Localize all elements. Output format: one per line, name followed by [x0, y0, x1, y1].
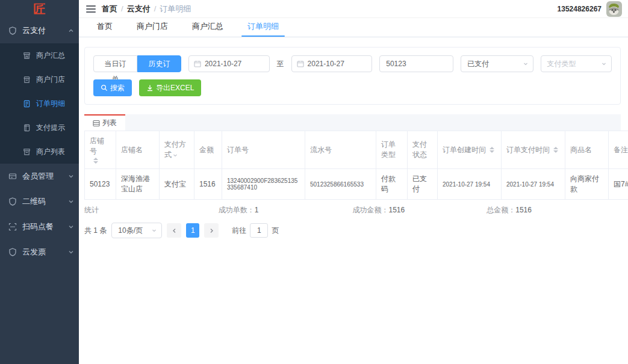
start-date-value: 2021-10-27 [205, 60, 241, 68]
page-size-value: 10条/页 [118, 226, 143, 236]
statistics-row: 统计 成功单数：1 成功金额：1516 总金额：1516 [84, 200, 621, 220]
date-range-separator: 至 [277, 59, 284, 69]
page-number-1[interactable]: 1 [186, 223, 199, 238]
table-header-row: 店铺号 店铺名 支付方式 金额 订单号 流水号 订单类型 [85, 131, 628, 169]
sidebar-item-order-detail[interactable]: 订单明细 [0, 91, 79, 116]
col-paid-at[interactable]: 订单支付时间 [502, 131, 565, 169]
cell-paid-at: 2021-10-27 19:54 [502, 169, 565, 200]
top-navbar: 首页 / 云支付 / 订单明细 13524826267 [79, 0, 628, 18]
search-icon [101, 84, 108, 91]
chevron-right-icon [209, 228, 214, 233]
sort-icon[interactable] [490, 147, 494, 153]
breadcrumb-home[interactable]: 首页 [102, 4, 117, 14]
app-window: 匠 云支付 商户汇总 商户门店 订单明细 [0, 0, 628, 364]
cell-serial-no: 5012325866165533 [305, 169, 376, 200]
chevron-down-icon [523, 61, 528, 66]
cell-amount: 1516 [194, 169, 222, 200]
col-order-type: 订单类型 [376, 131, 408, 169]
col-label: 店铺号 [90, 137, 104, 155]
sidebar-item-merchant-store[interactable]: 商户门店 [0, 67, 79, 91]
tab-merchant-store[interactable]: 商户门店 [125, 18, 180, 37]
cell-shop-no: 50123 [85, 169, 116, 200]
tab-order-detail[interactable]: 订单明细 [235, 18, 291, 37]
col-created-at[interactable]: 订单创建时间 [438, 131, 502, 169]
sidebar-item-label: 订单明细 [36, 99, 65, 109]
chevron-up-icon [68, 28, 74, 34]
storefront-icon [23, 76, 31, 84]
col-label: 金额 [199, 146, 214, 154]
start-date-picker[interactable]: 2021-10-27 [188, 55, 270, 72]
orders-table-wrapper: 店铺号 店铺名 支付方式 金额 订单号 流水号 订单类型 [84, 131, 628, 200]
page-size-select[interactable]: 10条/页 [111, 223, 162, 238]
cell-order-no: 13240002900F283625135335687410 [222, 169, 305, 200]
table-row[interactable]: 50123 深海渔港宝山店 支付宝 1516 13240002900F28362… [85, 169, 628, 200]
next-page-button[interactable] [204, 223, 219, 238]
sidebar-item-scan-order[interactable]: 扫码点餐 [0, 214, 79, 239]
col-label: 订单支付时间 [506, 146, 550, 154]
col-amount: 金额 [194, 131, 222, 169]
sidebar-item-cloud-invoice[interactable]: 云发票 [0, 239, 79, 265]
sort-icon[interactable] [553, 147, 558, 153]
chevron-down-icon [68, 199, 74, 205]
list-icon [93, 120, 100, 127]
prev-page-button[interactable] [167, 223, 181, 238]
orders-table: 店铺号 店铺名 支付方式 金额 订单号 流水号 订单类型 [84, 131, 628, 200]
sidebar-item-merchant-list[interactable]: 商户列表 [0, 140, 79, 164]
hamburger-menu-icon[interactable] [86, 5, 96, 13]
tab-merchant-summary[interactable]: 商户汇总 [180, 18, 235, 37]
col-label: 订单号 [227, 146, 249, 154]
col-label: 流水号 [310, 146, 332, 154]
shield-icon [8, 26, 17, 35]
export-excel-button[interactable]: 导出EXCEL [139, 79, 201, 96]
stats-title: 统计 [84, 205, 219, 215]
sidebar-group-cloud-pay[interactable]: 云支付 [0, 18, 79, 43]
user-phone: 13524826267 [558, 5, 602, 13]
app-logo[interactable]: 匠 [0, 0, 79, 18]
col-shop-no[interactable]: 店铺号 [85, 131, 116, 169]
user-avatar[interactable] [606, 1, 622, 17]
stats-value: 1516 [515, 206, 532, 214]
pay-type-select[interactable]: 支付类型 [541, 55, 612, 72]
cell-shop-name: 深海渔港宝山店 [116, 169, 160, 200]
col-serial-no: 流水号 [305, 131, 376, 169]
pay-status-value: 已支付 [467, 59, 489, 69]
store-number-input[interactable] [379, 55, 453, 72]
breadcrumb-separator: / [154, 4, 157, 13]
search-button-label: 搜索 [110, 83, 125, 93]
stats-label: 总金额： [487, 206, 515, 214]
col-label: 订单创建时间 [443, 146, 486, 154]
end-date-picker[interactable]: 2021-10-27 [291, 55, 373, 72]
today-orders-button[interactable]: 当日订单 [93, 55, 137, 72]
filter-card: 当日订单 历史订单 2021-10-27 至 2021-10-27 已支付 [84, 47, 621, 105]
sort-icon[interactable] [93, 158, 111, 164]
col-label: 备注信息 [614, 146, 628, 154]
sidebar-group-label: 云支付 [22, 25, 68, 36]
cell-pay-status: 已支付 [408, 169, 438, 200]
page-content: 当日订单 历史订单 2021-10-27 至 2021-10-27 已支付 [79, 37, 628, 364]
search-button[interactable]: 搜索 [93, 79, 132, 96]
stats-success-count: 成功单数：1 [219, 205, 353, 215]
sidebar-item-qr-code[interactable]: 二维码 [0, 189, 79, 214]
col-label: 支付状态 [412, 140, 427, 159]
pay-type-placeholder: 支付类型 [547, 59, 576, 69]
tab-list[interactable]: 列表 [84, 114, 125, 131]
cell-product: 向商家付款 [565, 169, 609, 200]
col-pay-method[interactable]: 支付方式 [160, 131, 194, 169]
filter-row-actions: 搜索 导出EXCEL [93, 79, 612, 96]
breadcrumb-cloud-pay[interactable]: 云支付 [127, 4, 151, 14]
logo-glyph: 匠 [34, 3, 46, 15]
sidebar-item-payment-tips[interactable]: 支付提示 [0, 116, 79, 140]
pay-status-select[interactable]: 已支付 [461, 55, 533, 72]
chevron-down-icon [152, 228, 157, 233]
notebook-icon [23, 124, 31, 132]
cell-pay-method: 支付宝 [160, 169, 194, 200]
sidebar-item-label: 支付提示 [36, 123, 65, 133]
sidebar-item-merchant-summary[interactable]: 商户汇总 [0, 43, 79, 67]
sidebar-item-member-management[interactable]: 会员管理 [0, 164, 79, 189]
history-orders-button[interactable]: 历史订单 [137, 55, 181, 72]
sidebar-item-label: 二维码 [22, 196, 68, 207]
tab-home[interactable]: 首页 [85, 18, 125, 37]
sidebar-item-label: 商户门店 [36, 75, 65, 85]
list-panel: 列表 店铺号 [84, 114, 621, 238]
goto-page-input[interactable] [250, 223, 268, 238]
